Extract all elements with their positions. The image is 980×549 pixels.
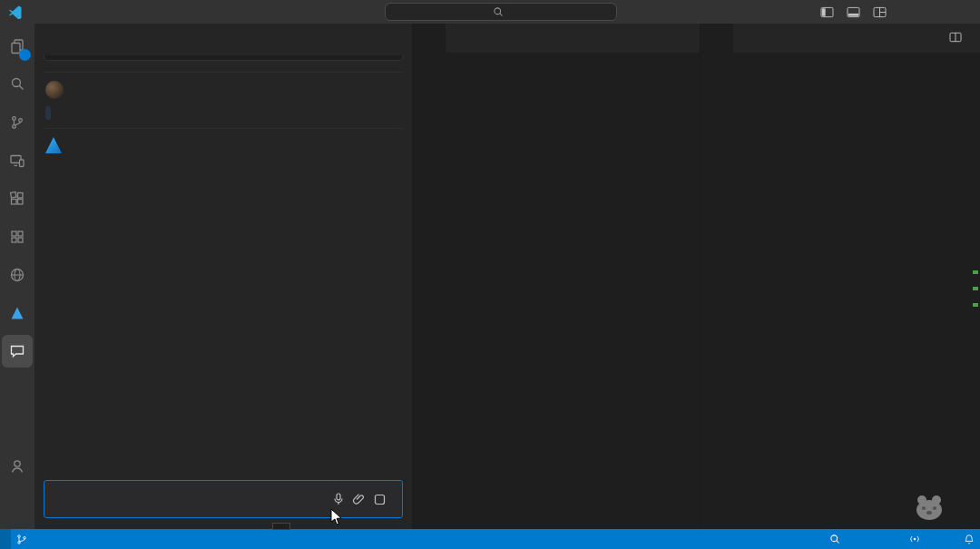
tab-validationhelper-js[interactable] (413, 24, 446, 53)
go-live-button[interactable] (904, 529, 929, 549)
search-icon (829, 534, 840, 544)
encoding[interactable] (867, 529, 878, 549)
status-bar (0, 529, 980, 549)
editor-group-2 (701, 24, 980, 529)
minimize-button[interactable] (893, 0, 920, 24)
mic-icon[interactable] (332, 493, 345, 505)
menu-more[interactable] (29, 10, 44, 14)
search-icon (8, 75, 26, 93)
code-editor-validationhelper[interactable] (413, 73, 700, 529)
command-center-search[interactable] (385, 3, 617, 21)
zoom-status[interactable] (824, 529, 846, 549)
azure-button[interactable] (2, 294, 33, 332)
problems-status[interactable] (36, 529, 58, 549)
search-icon (493, 6, 504, 17)
mouse-cursor (330, 509, 343, 531)
chat-panel-header (34, 24, 412, 55)
watermark-logo-icon (911, 493, 947, 522)
remote-explorer-button[interactable] (2, 142, 33, 180)
chat-code-block (44, 55, 403, 61)
bell-icon (964, 534, 975, 545)
overview-ruler-mark (973, 303, 978, 307)
azure-mention[interactable] (45, 106, 51, 120)
files-badge (19, 49, 31, 61)
title-bar (0, 0, 980, 24)
eol-sequence[interactable] (878, 529, 889, 549)
overview-ruler-mark (973, 287, 978, 290)
spell-checker-status[interactable] (929, 529, 944, 549)
source-control-button[interactable] (2, 103, 33, 142)
cursor-position[interactable] (846, 529, 857, 549)
assistant-message (44, 128, 403, 171)
search-button[interactable] (2, 65, 33, 103)
attach-icon[interactable] (353, 493, 366, 505)
chat-messages[interactable] (34, 55, 412, 475)
chat-input[interactable] (44, 480, 403, 518)
chat-icon (8, 342, 26, 360)
language-mode[interactable] (889, 529, 904, 549)
overview-ruler-mark (973, 270, 978, 274)
tab-bar (413, 24, 700, 53)
azure-icon (8, 304, 26, 322)
user-message (44, 72, 403, 128)
tab-bar (701, 24, 980, 53)
notifications-bell[interactable] (958, 529, 980, 549)
toggle-sidebar-icon[interactable] (814, 6, 840, 18)
prettier-status[interactable] (944, 529, 958, 549)
branch-status[interactable] (11, 529, 36, 549)
menu-bar (5, 5, 44, 19)
tab-validationhelper-test-js[interactable] (701, 24, 733, 53)
code-editor-validationhelper-test[interactable] (701, 73, 980, 529)
account-button[interactable] (2, 447, 33, 485)
chat-button[interactable] (2, 335, 33, 368)
components-button[interactable] (2, 218, 33, 256)
customize-layout-icon[interactable] (867, 6, 893, 18)
toggle-panel-icon[interactable] (840, 6, 867, 18)
split-editor-icon[interactable] (949, 32, 962, 45)
close-button[interactable] (947, 0, 975, 24)
branch-icon (16, 534, 27, 545)
vscode-window (0, 0, 980, 549)
broadcast-icon (909, 534, 920, 544)
files-explorer-button[interactable] (2, 27, 33, 65)
azure-avatar-icon (45, 137, 62, 153)
breadcrumb (701, 53, 980, 73)
chat-panel (34, 24, 413, 529)
activity-bar (0, 24, 34, 529)
globe-icon (8, 266, 26, 284)
send-button[interactable] (374, 494, 386, 505)
user-avatar (45, 81, 64, 99)
browser-preview-button[interactable] (2, 256, 33, 294)
account-icon (8, 457, 26, 475)
watermark (911, 493, 956, 522)
settings-button[interactable] (2, 485, 33, 524)
lightning-status[interactable] (73, 529, 87, 549)
remote-indicator[interactable] (0, 529, 11, 549)
editor-group-1 (413, 24, 701, 529)
breadcrumb (413, 53, 700, 73)
editor-area (413, 24, 980, 529)
extensions-button[interactable] (2, 180, 33, 218)
vscode-logo-icon (5, 5, 25, 19)
voice-chat-tooltip (272, 523, 290, 530)
restore-button[interactable] (920, 0, 947, 24)
tasks-status[interactable] (58, 529, 73, 549)
indentation[interactable] (857, 529, 867, 549)
